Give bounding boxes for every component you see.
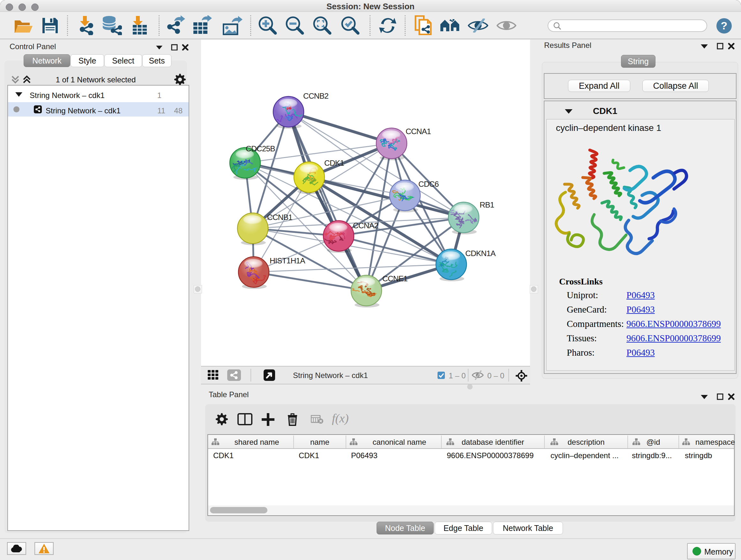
svg-text:CDK1: CDK1 xyxy=(324,159,344,167)
svg-text:CCNE1: CCNE1 xyxy=(382,274,408,283)
svg-text:CDC6: CDC6 xyxy=(418,180,439,188)
svg-text:CCNA1: CCNA1 xyxy=(406,127,431,136)
svg-text:RB1: RB1 xyxy=(480,200,494,209)
svg-text:CDC25B: CDC25B xyxy=(246,144,275,153)
svg-text:CCNB1: CCNB1 xyxy=(267,213,292,222)
svg-text:CCNA2: CCNA2 xyxy=(353,221,378,230)
svg-text:HIST1H1A: HIST1H1A xyxy=(270,256,306,265)
svg-text:CDKN1A: CDKN1A xyxy=(465,249,496,258)
svg-text:?: ? xyxy=(721,19,728,32)
svg-text:CCNB2: CCNB2 xyxy=(303,91,328,100)
